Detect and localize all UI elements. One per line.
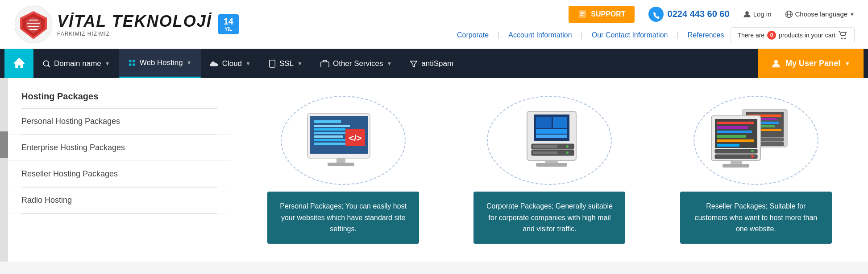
cart-icon — [838, 30, 848, 40]
logo-tagline: FARKIMIZ HIZIMIZ — [57, 31, 212, 37]
package-cards-area: </> Personal Packages; You can easily ho… — [231, 78, 868, 262]
nav-web-hosting[interactable]: Web Hosting ▼ — [119, 49, 201, 78]
personal-package-img: </> — [281, 96, 406, 185]
reseller-hosting-illustration — [698, 105, 814, 176]
dropdown-radio-hosting[interactable]: Radio Hosting — [8, 188, 231, 213]
dropdown-personal-hosting[interactable]: Personal Hosting Packages — [8, 109, 231, 135]
cart-suffix: products in your cart — [779, 32, 835, 39]
nav-antispam[interactable]: antiSpam — [401, 49, 462, 78]
svg-point-27 — [774, 60, 778, 64]
chevron-down-icon: ▼ — [386, 61, 392, 67]
tab-strip — [0, 131, 8, 158]
svg-rect-48 — [533, 145, 557, 148]
logo-name: VİTAL TEKNOLOJİ — [57, 12, 212, 31]
left-strip — [0, 78, 8, 262]
nav-domain[interactable]: Domain name ▼ — [33, 49, 119, 78]
svg-point-75 — [751, 155, 754, 158]
chevron-down-icon: ▼ — [105, 61, 110, 67]
personal-package-desc: Personal Packages; You can easily host y… — [267, 192, 419, 244]
logo-area: VİTAL TEKNOLOJİ FARKIMIZ HIZIMIZ 14 YIL — [13, 4, 239, 45]
svg-rect-46 — [536, 135, 567, 138]
svg-rect-44 — [553, 117, 567, 128]
chevron-down-icon: ▼ — [297, 61, 303, 67]
svg-rect-10 — [581, 13, 585, 14]
nav-other-services[interactable]: Other Services ▼ — [311, 49, 401, 78]
svg-rect-77 — [723, 164, 749, 168]
svg-rect-30 — [314, 120, 341, 123]
personal-package-card: </> Personal Packages; You can easily ho… — [249, 96, 437, 244]
svg-rect-68 — [717, 131, 752, 133]
svg-point-52 — [566, 151, 569, 154]
dropdown-menu: Hosting Packages Personal Hosting Packag… — [8, 78, 231, 262]
nav-account-info[interactable]: Account Information — [508, 31, 572, 39]
nav-contact[interactable]: Our Contact Information — [592, 31, 668, 39]
svg-rect-11 — [581, 15, 583, 16]
logo-text: VİTAL TEKNOLOJİ FARKIMIZ HIZIMIZ — [57, 12, 212, 37]
svg-rect-69 — [717, 135, 746, 138]
svg-rect-35 — [314, 139, 348, 141]
cloud-icon — [210, 60, 219, 67]
svg-rect-66 — [717, 122, 754, 124]
reseller-package-img — [694, 96, 818, 185]
dropdown-enterprise-hosting[interactable]: Enterprise Hosting Packages — [8, 135, 231, 161]
cart-area[interactable]: There are 0 products in your cart — [731, 27, 855, 43]
corporate-hosting-illustration — [500, 105, 598, 176]
dropdown-divider-5 — [21, 213, 217, 214]
dropdown-title: Hosting Packages — [8, 87, 231, 108]
phone-number: 0224 443 60 60 — [668, 9, 730, 19]
header-top-controls: SUPPORT 0224 443 60 60 Log in — [569, 6, 855, 23]
filter-icon — [410, 60, 418, 68]
main-navbar: Domain name ▼ Web Hosting ▼ Cloud ▼ SSL … — [0, 49, 868, 78]
user-panel-icon — [771, 59, 781, 69]
dropdown-reseller-hosting[interactable]: Reseller Hosting Packages — [8, 161, 231, 187]
nav-references[interactable]: References — [688, 31, 724, 39]
svg-rect-70 — [717, 139, 754, 142]
support-button[interactable]: SUPPORT — [569, 6, 634, 23]
svg-rect-34 — [314, 135, 343, 138]
svg-point-13 — [745, 11, 749, 15]
phone-area: 0224 443 60 60 — [648, 6, 730, 22]
svg-rect-54 — [536, 163, 567, 167]
svg-line-20 — [48, 65, 50, 67]
cart-count: 0 — [767, 31, 776, 40]
svg-rect-72 — [715, 149, 757, 153]
svg-point-17 — [841, 37, 843, 39]
grid-icon — [128, 59, 136, 67]
nav-cloud[interactable]: Cloud ▼ — [201, 49, 260, 78]
language-button[interactable]: Choose language ▼ — [785, 10, 855, 18]
svg-rect-21 — [129, 60, 131, 62]
logo-icon — [13, 4, 54, 45]
svg-point-73 — [751, 150, 754, 152]
svg-rect-74 — [715, 155, 757, 159]
dropdown-container: Hosting Packages Personal Hosting Packag… — [0, 78, 868, 262]
svg-rect-51 — [533, 151, 557, 154]
svg-rect-45 — [536, 129, 567, 134]
svg-rect-32 — [314, 128, 345, 131]
svg-rect-43 — [536, 117, 552, 128]
my-user-panel-button[interactable]: My User Panel ▼ — [758, 49, 864, 78]
reseller-package-desc: Reseller Packages; Suitable for customer… — [680, 192, 832, 244]
login-button[interactable]: Log in — [743, 10, 772, 18]
ssl-icon — [269, 60, 276, 68]
year-badge: 14 YIL — [218, 14, 239, 34]
personal-hosting-illustration: </> — [294, 105, 392, 176]
header-right: SUPPORT 0224 443 60 60 Log in — [457, 6, 855, 43]
user-icon — [743, 10, 751, 18]
svg-rect-22 — [133, 60, 135, 62]
nav-corporate[interactable]: Corporate — [457, 31, 489, 39]
chevron-down-icon: ▼ — [187, 60, 192, 66]
home-button[interactable] — [4, 49, 33, 78]
chevron-down-icon: ▼ — [850, 12, 855, 17]
svg-point-18 — [844, 37, 846, 39]
header-top: VİTAL TEKNOLOJİ FARKIMIZ HIZIMIZ 14 YIL … — [0, 0, 868, 49]
corporate-package-card: Corporate Packages; Generally suitable f… — [455, 96, 644, 244]
svg-rect-9 — [581, 12, 585, 12]
chevron-down-icon: ▼ — [845, 61, 850, 67]
svg-text:</>: </> — [349, 133, 362, 143]
globe-icon — [785, 10, 793, 18]
svg-rect-26 — [321, 62, 329, 67]
svg-rect-71 — [717, 144, 739, 147]
svg-rect-23 — [129, 64, 131, 66]
nav-ssl[interactable]: SSL ▼ — [260, 49, 311, 78]
svg-rect-40 — [328, 163, 354, 166]
